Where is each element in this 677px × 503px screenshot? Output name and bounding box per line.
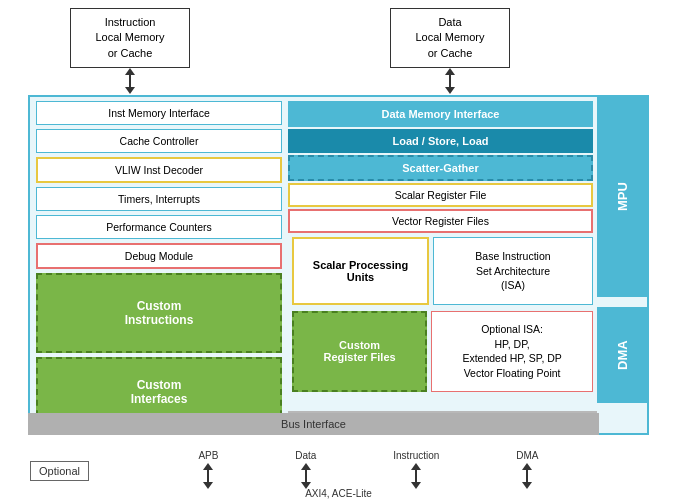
scalar-processing-units-box: Scalar Processing Units bbox=[292, 237, 429, 305]
dma-arrow: DMA bbox=[516, 450, 538, 489]
custom-register-files-box: Custom Register Files bbox=[292, 311, 427, 392]
bottom-arrows-row: APB Data Instruction DMA bbox=[0, 450, 677, 489]
inst-memory-label: Instruction Local Memory or Cache bbox=[70, 8, 190, 68]
base-isa-box: Base Instruction Set Architecture (ISA) bbox=[433, 237, 593, 305]
scalar-register-file-row: Scalar Register File bbox=[288, 183, 593, 207]
apb-arrow: APB bbox=[198, 450, 218, 489]
vliw-inst-decoder-row: VLIW Inst Decoder bbox=[36, 157, 282, 183]
inst-memory-interface-row: Inst Memory Interface bbox=[36, 101, 282, 125]
debug-module-row: Debug Module bbox=[36, 243, 282, 269]
right-area: MPU DMA Data Memory Interface Load / Sto… bbox=[288, 97, 647, 433]
axi-label: AXI4, ACE-Lite bbox=[0, 488, 677, 499]
data-memory-label: Data Local Memory or Cache bbox=[390, 8, 510, 68]
custom-optional-row: Custom Register Files Optional ISA: HP, … bbox=[288, 309, 597, 394]
vector-register-files-row: Vector Register Files bbox=[288, 209, 593, 233]
custom-instructions-box: Custom Instructions bbox=[36, 273, 282, 353]
left-panel: Inst Memory Interface Cache Controller V… bbox=[30, 97, 288, 433]
dma-label: DMA bbox=[597, 307, 647, 403]
timers-interrupts-row: Timers, Interrupts bbox=[36, 187, 282, 211]
main-diagram: Inst Memory Interface Cache Controller V… bbox=[28, 95, 649, 435]
right-inner: Data Memory Interface Load / Store, Load… bbox=[288, 97, 597, 403]
load-store-bar: Load / Store, Load bbox=[288, 129, 593, 153]
bus-interface-full: Bus Interface bbox=[28, 413, 599, 435]
scalar-isa-row: Scalar Processing Units Base Instruction… bbox=[288, 235, 597, 307]
inst-memory-box: Instruction Local Memory or Cache bbox=[70, 8, 190, 94]
optional-isa-box: Optional ISA: HP, DP, Extended HP, SP, D… bbox=[431, 311, 593, 392]
mpu-label: MPU bbox=[597, 97, 647, 297]
performance-counters-row: Performance Counters bbox=[36, 215, 282, 239]
diagram-container: Instruction Local Memory or Cache Data L… bbox=[0, 0, 677, 503]
cache-controller-row: Cache Controller bbox=[36, 129, 282, 153]
data-memory-box: Data Local Memory or Cache bbox=[390, 8, 510, 94]
data-arrow: Data bbox=[295, 450, 316, 489]
instruction-arrow: Instruction bbox=[393, 450, 439, 489]
data-mem-interface-bar: Data Memory Interface bbox=[288, 101, 593, 127]
scatter-gather-bar: Scatter-Gather bbox=[288, 155, 593, 181]
